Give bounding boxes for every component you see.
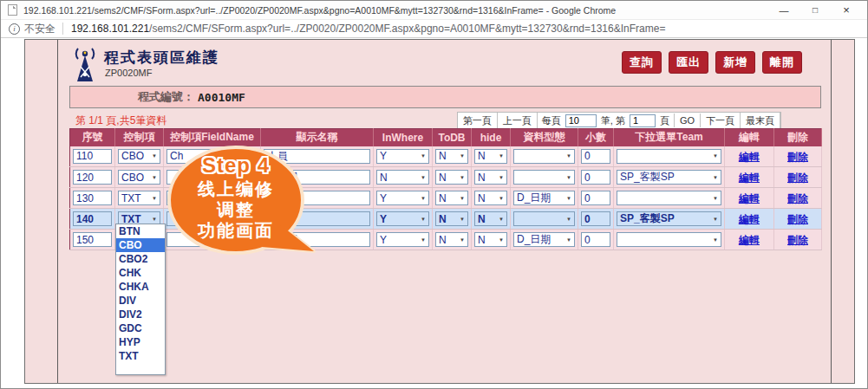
- chevron-down-icon: ▼: [460, 175, 465, 180]
- hide-select[interactable]: N▼: [474, 149, 507, 164]
- inwhere-select[interactable]: Y▼: [376, 191, 429, 205]
- go-button[interactable]: GO: [674, 113, 701, 127]
- fieldname-field[interactable]: [166, 191, 258, 205]
- per-page-input[interactable]: [565, 114, 597, 127]
- edit-link[interactable]: 編輯: [739, 213, 760, 225]
- inwhere-select[interactable]: Y▼: [376, 232, 429, 247]
- chevron-down-icon: ▼: [460, 153, 465, 159]
- hide-select[interactable]: N▼: [474, 211, 507, 226]
- dropdown-option-highlighted[interactable]: CBO: [116, 238, 165, 252]
- url-host[interactable]: 192.168.101.221: [71, 23, 149, 35]
- team-select[interactable]: ▼: [617, 232, 721, 247]
- edit-link[interactable]: 編輯: [739, 192, 760, 204]
- dropdown-option[interactable]: HYP: [116, 335, 165, 349]
- prev-page-button[interactable]: 上一頁: [498, 113, 538, 129]
- datatype-select[interactable]: D_日期▼: [513, 232, 575, 247]
- per-page-label: 每頁: [538, 113, 565, 129]
- decimals-field[interactable]: 0: [581, 232, 610, 247]
- seq-field[interactable]: 130: [73, 191, 112, 205]
- leave-button[interactable]: 離開: [762, 51, 802, 74]
- col-inwhere: InWhere: [374, 129, 433, 146]
- datatype-select[interactable]: ▼: [513, 211, 575, 226]
- dropdown-option[interactable]: DIV2: [116, 308, 165, 321]
- chevron-down-icon: ▼: [421, 237, 426, 243]
- inwhere-select[interactable]: Y▼: [376, 149, 429, 164]
- display-name-field[interactable]: 工作日: [264, 170, 370, 185]
- edit-link[interactable]: 編輯: [739, 151, 760, 163]
- next-page-button[interactable]: 下一頁: [701, 113, 741, 129]
- minimize-icon[interactable]: —: [768, 5, 799, 16]
- seq-field[interactable]: 120: [73, 170, 112, 185]
- dropdown-option[interactable]: TXT: [116, 349, 165, 363]
- close-icon[interactable]: ×: [831, 3, 862, 16]
- decimals-field[interactable]: 0: [581, 149, 610, 164]
- query-button[interactable]: 查詢: [622, 51, 662, 74]
- export-button[interactable]: 匯出: [669, 51, 708, 74]
- chevron-down-icon: ▼: [566, 217, 571, 222]
- info-icon[interactable]: i: [9, 23, 20, 35]
- dropdown-option[interactable]: BTN: [116, 224, 165, 238]
- add-button[interactable]: 新增: [715, 51, 755, 74]
- decimals-field[interactable]: 0: [581, 170, 610, 185]
- security-label[interactable]: 不安全: [24, 22, 55, 36]
- fieldname-field[interactable]: [166, 211, 258, 226]
- delete-link[interactable]: 刪除: [787, 234, 808, 246]
- address-bar[interactable]: i 不安全 192.168.101.221/sems2/CMF/SForm.as…: [1, 19, 867, 38]
- maximize-icon[interactable]: □: [799, 5, 831, 15]
- delete-link[interactable]: 刪除: [787, 192, 808, 204]
- edit-link[interactable]: 編輯: [739, 234, 760, 246]
- seq-field[interactable]: 150: [73, 232, 112, 247]
- control-select[interactable]: CBO▼: [118, 149, 160, 164]
- todb-select[interactable]: N▼: [435, 191, 468, 205]
- dropdown-option[interactable]: CHKA: [116, 280, 165, 294]
- dropdown-option[interactable]: CHK: [116, 266, 165, 280]
- page-number-input[interactable]: [630, 114, 656, 127]
- col-fieldname: 控制項FieldName: [164, 129, 261, 146]
- team-select[interactable]: SP_客製SP▼: [617, 211, 721, 226]
- decimals-field[interactable]: 0: [581, 211, 610, 226]
- datatype-select[interactable]: D_日期▼: [513, 191, 575, 205]
- seq-field[interactable]: 140: [73, 211, 112, 226]
- todb-select[interactable]: N▼: [435, 170, 468, 185]
- team-select[interactable]: ▼: [617, 191, 721, 205]
- hide-select[interactable]: N▼: [474, 170, 507, 185]
- chevron-down-icon: ▼: [499, 175, 504, 180]
- antenna-logo: [71, 46, 99, 84]
- dropdown-option[interactable]: GDC: [116, 321, 165, 335]
- datatype-select[interactable]: ▼: [513, 170, 575, 185]
- decimals-field[interactable]: 0: [581, 191, 610, 205]
- team-select[interactable]: SP_客製SP▼: [617, 170, 721, 185]
- hide-select[interactable]: N▼: [474, 191, 507, 205]
- dropdown-option[interactable]: DIV: [116, 294, 165, 308]
- fieldname-field[interactable]: [166, 170, 258, 185]
- chevron-down-icon: ▼: [713, 175, 718, 180]
- last-page-button[interactable]: 最末頁: [741, 113, 780, 129]
- display-name-field[interactable]: 作起日: [264, 191, 370, 205]
- dropdown-option[interactable]: CBO2: [116, 252, 165, 266]
- edit-link[interactable]: 編輯: [739, 172, 760, 184]
- table-row-selected: 140 TXT▼ 案 Y▼ N▼ N▼ ▼ 0 SP_客製SP▼ 編輯 刪除: [70, 209, 822, 230]
- seq-field[interactable]: 110: [73, 149, 112, 164]
- fieldname-field[interactable]: Ch: [166, 149, 258, 164]
- datatype-select[interactable]: ▼: [513, 149, 575, 164]
- hide-select[interactable]: N▼: [474, 232, 507, 247]
- todb-select[interactable]: N▼: [435, 149, 468, 164]
- control-select[interactable]: TXT▼: [118, 191, 160, 205]
- inwhere-select[interactable]: N▼: [376, 170, 429, 185]
- fieldname-field[interactable]: [166, 232, 258, 247]
- display-name-field[interactable]: 作迄日: [264, 232, 370, 247]
- control-select[interactable]: CBO▼: [118, 170, 160, 185]
- display-name-field[interactable]: 人員: [264, 149, 370, 164]
- team-select[interactable]: ▼: [617, 149, 721, 164]
- inwhere-select[interactable]: Y▼: [376, 211, 429, 226]
- chevron-down-icon: ▼: [499, 153, 504, 159]
- delete-link[interactable]: 刪除: [787, 151, 808, 163]
- todb-select[interactable]: N▼: [435, 211, 468, 226]
- page-title: 程式表頭區維護: [104, 48, 219, 68]
- delete-link[interactable]: 刪除: [787, 213, 808, 225]
- todb-select[interactable]: N▼: [435, 232, 468, 247]
- delete-link[interactable]: 刪除: [787, 172, 808, 184]
- url-path[interactable]: /sems2/CMF/SForm.aspx?url=../ZP0020/ZP00…: [149, 23, 665, 35]
- display-name-field[interactable]: 案: [264, 211, 370, 226]
- first-page-button[interactable]: 第一頁: [458, 113, 498, 129]
